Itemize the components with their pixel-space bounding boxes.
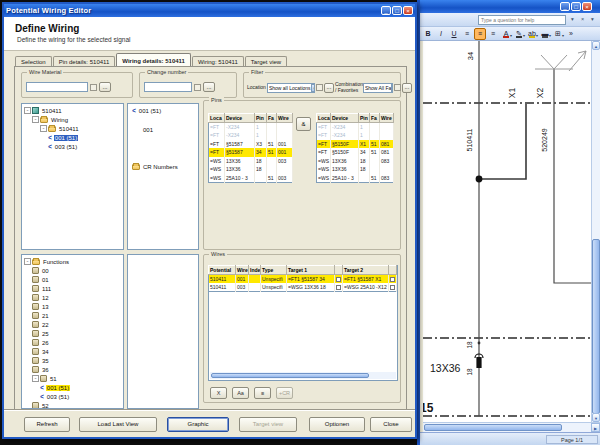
fill-color-button[interactable]: ▬▾ — [539, 28, 551, 40]
toolbar-more-button[interactable]: » — [565, 28, 577, 40]
tree-item[interactable]: -510411 — [22, 106, 123, 115]
tree-item[interactable]: 26 — [22, 338, 123, 347]
wire-row[interactable]: 510411001Unspecifi=FT1 §51587 34=FT1 §51… — [209, 275, 397, 284]
close-button[interactable]: × — [582, 2, 592, 11]
chevron-down-icon[interactable]: ▾ — [523, 31, 525, 41]
row-checkbox[interactable] — [390, 285, 395, 290]
line-color-button[interactable]: ✎▾ — [513, 28, 525, 40]
detail-item[interactable]: 001 — [128, 125, 198, 134]
wire-material-checkbox[interactable] — [90, 84, 97, 91]
tree-item[interactable]: 21 — [22, 311, 123, 320]
target-view-button[interactable]: Target view — [239, 417, 297, 432]
swap-pins-button[interactable]: & — [296, 117, 311, 131]
pin-row[interactable]: =FT-X2341 — [209, 131, 293, 140]
dialog-maximize-button[interactable]: □ — [392, 6, 402, 15]
borders-button[interactable]: ⊞▾ — [552, 28, 564, 40]
tree-item[interactable]: <003 (51) — [22, 392, 123, 401]
underline-button[interactable]: U — [448, 28, 460, 40]
wire-properties-button[interactable]: ≡ — [254, 387, 271, 399]
cad-titlebar[interactable]: _□× — [420, 0, 600, 13]
location-filter-select[interactable]: Show all Locations ▼ — [267, 83, 315, 93]
tree-item[interactable]: -510411 — [22, 124, 123, 133]
hscroll-thumb[interactable] — [424, 424, 562, 431]
wire-x1-branch[interactable] — [479, 104, 526, 179]
detail-item[interactable]: <001 (51) — [128, 106, 198, 115]
minimize-button[interactable]: _ — [560, 2, 570, 11]
location-browse-button[interactable]: ... — [324, 83, 334, 93]
load-last-view-button[interactable]: Load Last View — [79, 417, 157, 432]
row-checkbox[interactable] — [336, 285, 341, 290]
tree-item[interactable]: <001 (51) — [22, 383, 123, 392]
tree-item[interactable]: 36 — [22, 365, 123, 374]
pin-row[interactable]: =FT§5150FX151081 — [317, 140, 394, 149]
tree-item[interactable]: 25 — [22, 329, 123, 338]
close-button[interactable]: Close — [370, 417, 412, 432]
pin-row[interactable]: =FT-X2341 — [317, 131, 394, 140]
expander-icon[interactable]: - — [32, 116, 39, 123]
bold-button[interactable]: B — [422, 28, 434, 40]
location-filter-checkbox[interactable] — [316, 84, 323, 91]
tree-item[interactable]: 34 — [22, 347, 123, 356]
expander-icon[interactable]: - — [32, 375, 39, 382]
change-number-input[interactable] — [144, 82, 192, 92]
wire-material-browse-button[interactable]: ... — [99, 82, 111, 92]
vscroll-thumb[interactable] — [592, 239, 600, 414]
row-checkbox[interactable] — [336, 277, 341, 282]
expander-icon[interactable]: - — [40, 125, 47, 132]
add-cr-button[interactable]: +CR — [276, 387, 293, 399]
rename-wire-button[interactable]: Aa — [232, 387, 249, 399]
tree-item[interactable]: 13 — [22, 302, 123, 311]
pin-row[interactable]: =WS13X3618083 — [317, 157, 394, 166]
scroll-up-icon[interactable]: ▲ — [592, 41, 600, 50]
font-color-button[interactable]: A▾ — [500, 28, 512, 40]
detail-item[interactable]: CR Numbers — [128, 162, 198, 171]
tree-item[interactable]: 35 — [22, 356, 123, 365]
tree-item[interactable]: <003 (51) — [22, 142, 123, 151]
scroll-down-icon[interactable]: ▼ — [592, 413, 600, 422]
pin-row[interactable]: =FT-X2341 — [209, 123, 293, 132]
scroll-right-icon[interactable]: ▶ — [591, 423, 600, 432]
combination-browse-button[interactable]: ... — [402, 83, 412, 93]
chevron-down-icon[interactable]: ▾ — [510, 31, 512, 41]
wires-hscroll-thumb[interactable] — [211, 373, 369, 378]
align-center-button[interactable]: ≡ — [474, 28, 486, 40]
pin-row[interactable]: =WS25A10 - 351083 — [317, 174, 394, 183]
highlight-color-button[interactable]: ab▾ — [526, 28, 538, 40]
tree-item[interactable]: 00 — [22, 266, 123, 275]
wires-hscrollbar[interactable] — [210, 372, 396, 379]
toolbar-options-icon[interactable]: ▾ — [588, 15, 597, 24]
align-right-button[interactable]: ≡ — [487, 28, 499, 40]
refresh-button[interactable]: Refresh — [24, 417, 70, 432]
pin-row[interactable]: =FT-X2341 — [317, 123, 394, 132]
chevron-down-icon[interactable]: ▾ — [549, 31, 551, 41]
change-number-browse-button[interactable]: ... — [203, 82, 215, 92]
pin-row[interactable]: =WS25A10 - 351003 — [209, 174, 293, 183]
wire-row[interactable]: 510411003Unspecifi=WSG 13X36 18=WSG 25A1… — [209, 283, 397, 292]
maximize-button[interactable]: □ — [571, 2, 581, 11]
combination-filter-select[interactable]: Show All Fa ▼ — [363, 83, 393, 93]
pin-row[interactable]: =WS13X3618003 — [209, 157, 293, 166]
dialog-minimize-button[interactable]: _ — [381, 6, 391, 15]
tree-item[interactable]: -Wiring — [22, 115, 123, 124]
delete-wire-button[interactable]: X — [210, 387, 227, 399]
pin-row[interactable]: =FT§51587X351001 — [209, 140, 293, 149]
toolbar-close-icon[interactable]: × — [578, 15, 587, 24]
chevron-down-icon[interactable]: ▼ — [391, 84, 393, 92]
tree-item[interactable]: 22 — [22, 320, 123, 329]
tree-item[interactable]: 01 — [22, 275, 123, 284]
pin-row[interactable]: =FT§5150F3451081 — [317, 148, 394, 157]
potential-line-520249[interactable] — [554, 69, 594, 283]
wire-material-input[interactable] — [26, 82, 88, 92]
pin-row[interactable]: =WS13X3618 — [209, 165, 293, 174]
pin-row[interactable]: =FT§515873451001 — [209, 148, 293, 157]
tree-item[interactable]: 111 — [22, 284, 123, 293]
chevron-down-icon[interactable]: ▾ — [562, 31, 564, 41]
dialog-close-button[interactable]: × — [403, 6, 413, 15]
change-number-checkbox[interactable] — [194, 84, 201, 91]
vertical-scrollbar[interactable]: ▲ ▼ — [591, 41, 600, 422]
tree-item[interactable]: 52 — [22, 401, 123, 409]
row-checkbox[interactable] — [390, 277, 395, 282]
chevron-down-icon[interactable]: ▾ — [536, 31, 538, 41]
optionen-button[interactable]: Optionen — [309, 417, 365, 432]
graphic-button[interactable]: Graphic — [167, 417, 229, 432]
